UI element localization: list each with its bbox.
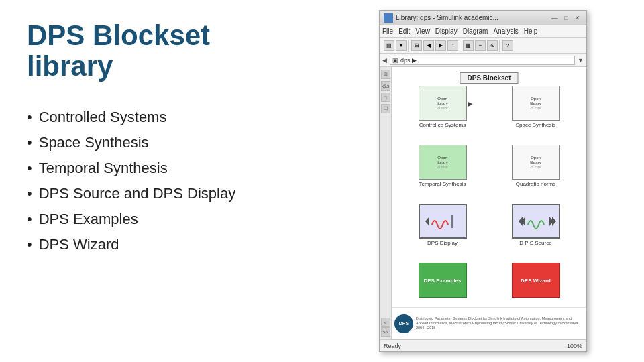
menu-diagram[interactable]: Diagram [463, 27, 488, 35]
menu-file[interactable]: File [382, 27, 393, 35]
sidebar-bottom: < >> [381, 318, 390, 337]
toolbar-btn-10[interactable]: ? [502, 40, 513, 51]
toolbar-group-1: ▤ ▼ [382, 40, 409, 52]
toolbar-group-2: ⊞ ◀ ▶ ↑ [410, 40, 460, 52]
block-item-dps-source[interactable]: D P S Source [490, 204, 581, 260]
minimize-button[interactable]: — [550, 13, 559, 23]
menu-analysis[interactable]: Analysis [493, 27, 518, 35]
bullet-item: Temporal Synthesis [27, 160, 302, 177]
toolbar-btn-8[interactable]: ≡ [475, 40, 486, 51]
close-button[interactable]: ✕ [573, 13, 582, 23]
nav-back-icon[interactable]: ◀ [382, 57, 387, 64]
block-item-temporal-synthesis[interactable]: Openlibrary 2x click Temporal Synthesis [397, 145, 488, 201]
menu-bar: File Edit View Display Diagram Analysis … [380, 25, 586, 38]
block-open-text-4: Openlibrary [530, 156, 541, 164]
maximize-button[interactable]: □ [561, 13, 571, 23]
right-panel: Library: dps - Simulink academic... — □ … [329, 0, 644, 362]
block-dps-examples-text: DPS Examples [423, 278, 461, 284]
canvas-area: DPS Blockset Openlibrary 2x click ▶ Cont… [392, 67, 586, 339]
block-arrow-right-1: ▶ [468, 100, 473, 107]
block-item-controlled-systems[interactable]: Openlibrary 2x click ▶ Controlled System… [397, 86, 488, 142]
bullet-item: Controlled Systems [27, 109, 302, 126]
toolbar-btn-5[interactable]: ▶ [435, 40, 446, 51]
svg-marker-5 [552, 217, 556, 226]
sidebar-btn-3[interactable]: □ [381, 93, 390, 102]
toolbar-group-4: ? [501, 40, 515, 52]
dps-source-wave-svg [516, 211, 556, 231]
bullet-item: DPS Examples [27, 210, 302, 228]
block-open-text-3: Openlibrary [437, 156, 447, 164]
block-label-dps-display: DPS Display [427, 240, 458, 246]
address-dropdown-icon[interactable]: ▼ [578, 57, 584, 64]
block-item-dps-display[interactable]: DPS Display [397, 204, 488, 260]
block-space-synthesis[interactable]: Openlibrary 2x click [512, 86, 560, 121]
toolbar: ▤ ▼ ⊞ ◀ ▶ ↑ ▦ ≡ ⊙ ? [380, 38, 586, 54]
bullet-item: DPS Wizard [27, 236, 302, 253]
dps-icon: ▣ [392, 57, 398, 64]
toolbar-group-3: ▦ ≡ ⊙ [462, 40, 500, 52]
main-content: ⊞ k&s □ ☐ < >> DPS Blockset Openlibrary [380, 67, 586, 339]
sidebar-btn-5[interactable]: < [381, 318, 390, 327]
block-label-controlled-systems: Controlled Systems [419, 122, 466, 128]
title-bar: Library: dps - Simulink academic... — □ … [380, 11, 586, 25]
menu-help[interactable]: Help [524, 27, 538, 35]
sidebar-btn-6[interactable]: >> [381, 327, 390, 337]
status-bar: Ready 100% [380, 339, 586, 351]
address-input[interactable]: ▣ dps ▶ [390, 56, 575, 65]
block-2xclick-3: 2x click [437, 165, 447, 169]
bullet-list: Controlled SystemsSpace SynthesisTempora… [27, 109, 302, 261]
sidebar-btn-1[interactable]: ⊞ [381, 70, 390, 79]
address-bar: ◀ ▣ dps ▶ ▼ [380, 54, 586, 67]
block-temporal-synthesis[interactable]: Openlibrary 2x click [419, 145, 467, 180]
simulink-window: Library: dps - Simulink academic... — □ … [379, 10, 587, 352]
block-open-text-2: Openlibrary [530, 97, 541, 105]
block-item-quadratio-norms[interactable]: Openlibrary 2x click Quadratio norms [490, 145, 581, 201]
toolbar-btn-2[interactable]: ▼ [396, 40, 407, 51]
toolbar-btn-3[interactable]: ⊞ [411, 40, 422, 51]
block-dps-examples[interactable]: DPS Examples [419, 263, 467, 298]
menu-display[interactable]: Display [435, 27, 458, 35]
toolbar-btn-6[interactable]: ↑ [447, 40, 458, 51]
block-label-temporal-synthesis: Temporal Synthesis [419, 181, 466, 187]
title-bar-text: Library: dps - Simulink academic... [396, 14, 498, 21]
sidebar-btn-2[interactable]: k&s [381, 81, 390, 90]
bullet-item: DPS Source and DPS Display [27, 185, 302, 202]
page-title: DPS Blockset library [27, 20, 302, 82]
block-dps-source[interactable] [512, 204, 560, 239]
block-2xclick-2: 2x click [530, 106, 541, 110]
status-ready: Ready [384, 343, 401, 349]
toolbar-btn-1[interactable]: ▤ [384, 40, 394, 51]
block-item-space-synthesis[interactable]: Openlibrary 2x click Space Synthesis [490, 86, 581, 142]
menu-view[interactable]: View [415, 27, 430, 35]
sidebar-btn-4[interactable]: ☐ [381, 104, 390, 113]
block-label-quadratio-norms: Quadratio norms [516, 181, 556, 187]
block-quadratio-norms[interactable]: Openlibrary 2x click [512, 145, 560, 180]
toolbar-btn-9[interactable]: ⊙ [487, 40, 498, 51]
left-panel: DPS Blockset library Controlled SystemsS… [0, 0, 329, 362]
block-dps-wizard[interactable]: DPS Wizard [512, 263, 560, 298]
title-bar-left: Library: dps - Simulink academic... [384, 13, 498, 23]
bullet-item: Space Synthesis [27, 134, 302, 152]
dps-blockset-label: DPS Blockset [460, 72, 518, 84]
svg-marker-0 [425, 217, 429, 226]
dps-display-wave-svg [423, 211, 463, 231]
logo-area: DPS Distributed Parameter Systems Blocks… [392, 307, 586, 339]
block-dps-display[interactable] [419, 204, 467, 239]
block-grid: Openlibrary 2x click ▶ Controlled System… [397, 86, 581, 319]
dps-logo: DPS [394, 314, 413, 333]
menu-edit[interactable]: Edit [398, 27, 410, 35]
title-bar-controls[interactable]: — □ ✕ [550, 13, 582, 23]
toolbar-btn-4[interactable]: ◀ [423, 40, 434, 51]
toolbar-btn-7[interactable]: ▦ [463, 40, 474, 51]
block-dps-wizard-text: DPS Wizard [521, 278, 551, 284]
block-label-space-synthesis: Space Synthesis [516, 122, 556, 128]
block-label-dps-source: D P S Source [519, 240, 551, 246]
address-arrow-icon: ▶ [412, 57, 417, 64]
block-open-text-1: Openlibrary [437, 97, 447, 105]
simulink-icon [384, 13, 393, 23]
logo-text: Distributed Parameter Systems Blockset f… [416, 316, 584, 330]
block-controlled-systems[interactable]: Openlibrary 2x click ▶ [419, 86, 467, 121]
sim-sidebar: ⊞ k&s □ ☐ < >> [380, 67, 392, 339]
block-2xclick-4: 2x click [530, 165, 541, 169]
status-zoom: 100% [567, 343, 582, 349]
